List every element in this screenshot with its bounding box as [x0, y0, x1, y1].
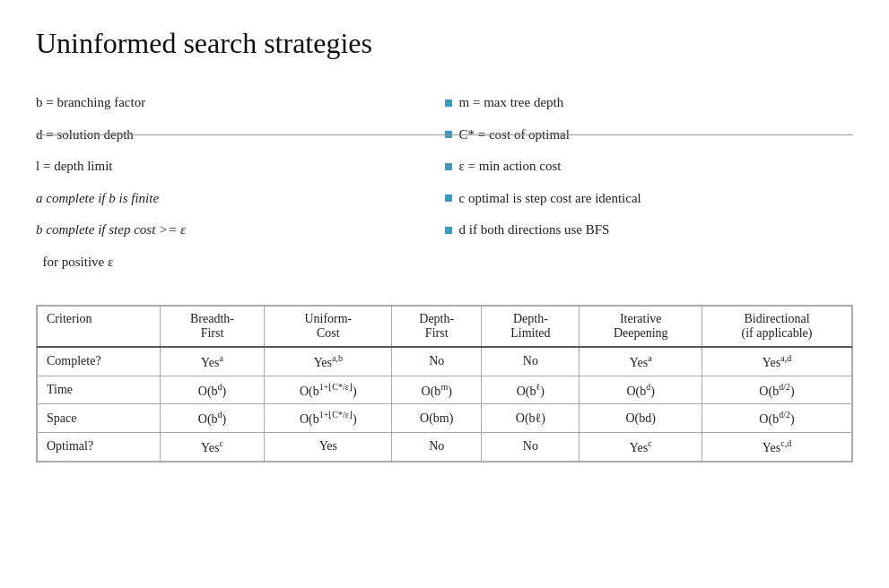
td-criterion-time: Time [38, 376, 161, 404]
table-row-time: Time O(bd) O(b1+⌊C*/ε⌋) O(bm) O(bℓ) O(bd… [38, 376, 852, 404]
td-id-complete: Yesa [580, 347, 702, 376]
td-bi-optimal: Yesc,d [702, 432, 851, 461]
td-df-complete: No [392, 347, 482, 376]
td-bf-optimal: Yesc [160, 432, 265, 461]
def-d2: d if both directions use BFS [445, 214, 854, 246]
th-criterion: Criterion [38, 307, 161, 348]
td-bi-space: O(bd/2) [702, 404, 851, 433]
td-criterion-complete: Complete? [38, 347, 161, 376]
def-a: a complete if b is finite [36, 183, 445, 215]
def-cstar: C* = cost of optimal [445, 119, 854, 151]
page-title: Uninformed search strategies [36, 27, 853, 60]
td-dl-time: O(bℓ) [482, 376, 580, 404]
td-df-optimal: No [392, 432, 482, 461]
bullet-d2 [445, 227, 452, 234]
th-depth-first: Depth-First [392, 307, 482, 348]
def-d: d = solution depth [36, 119, 445, 151]
def-b2: b complete if step cost >= ε [36, 214, 445, 246]
def-b: b = branching factor [36, 87, 445, 119]
th-uniform-cost: Uniform-Cost [265, 307, 392, 348]
td-dl-space: O(bℓ) [482, 404, 580, 433]
td-dl-optimal: No [482, 432, 580, 461]
td-bf-space: O(bd) [160, 404, 265, 433]
td-bi-complete: Yesa,d [702, 347, 851, 376]
td-df-space: O(bm) [392, 404, 482, 433]
bullet-m [445, 99, 452, 107]
th-depth-limited: Depth-Limited [482, 307, 580, 348]
comparison-table-wrapper: Criterion Breadth-First Uniform-Cost Dep… [36, 305, 853, 463]
td-id-optimal: Yesc [580, 432, 702, 461]
table-row-optimal: Optimal? Yesc Yes No No Yesc Yesc,d [38, 432, 852, 461]
def-c: c optimal is step cost are identical [445, 183, 854, 215]
th-iterative: IterativeDeepening [580, 307, 702, 348]
td-bf-time: O(bd) [160, 376, 265, 404]
td-bi-time: O(bd/2) [702, 376, 851, 404]
def-m: m = max tree depth [445, 87, 854, 119]
definitions-section: b = branching factor d = solution depth … [36, 87, 853, 278]
bullet-cstar [445, 131, 452, 138]
def-eps: ε = min action cost [445, 151, 854, 183]
comparison-table: Criterion Breadth-First Uniform-Cost Dep… [37, 306, 852, 462]
td-dl-complete: No [482, 347, 580, 376]
def-for: for positive ε [36, 246, 445, 279]
td-uc-space: O(b1+⌊C*/ε⌋) [265, 404, 392, 433]
def-l: l = depth limit [36, 151, 445, 183]
table-row-complete: Complete? Yesa Yesa,b No No Yesa Yesa,d [38, 347, 852, 376]
td-uc-optimal: Yes [265, 432, 392, 461]
td-uc-complete: Yesa,b [265, 347, 392, 376]
td-criterion-space: Space [38, 404, 161, 433]
th-breadth-first: Breadth-First [160, 307, 265, 348]
td-id-time: O(bd) [580, 376, 702, 404]
th-bidirectional: Bidirectional(if applicable) [702, 307, 851, 348]
table-row-space: Space O(bd) O(b1+⌊C*/ε⌋) O(bm) O(bℓ) O(b… [38, 404, 852, 433]
td-uc-time: O(b1+⌊C*/ε⌋) [265, 376, 392, 404]
definitions-left: b = branching factor d = solution depth … [36, 87, 445, 278]
td-id-space: O(bd) [580, 404, 702, 433]
definitions-right: m = max tree depth C* = cost of optimal … [445, 87, 854, 278]
bullet-c [445, 195, 452, 202]
td-criterion-optimal: Optimal? [38, 432, 161, 461]
td-bf-complete: Yesa [160, 347, 265, 376]
bullet-eps [445, 163, 452, 170]
table-header-row: Criterion Breadth-First Uniform-Cost Dep… [38, 307, 852, 348]
td-df-time: O(bm) [392, 376, 482, 404]
